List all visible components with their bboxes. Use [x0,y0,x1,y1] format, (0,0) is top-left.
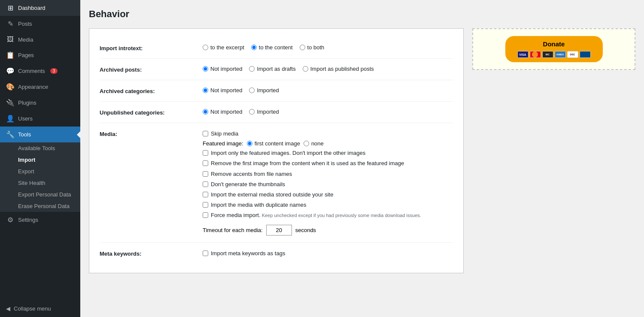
radio-featured-first-label: first content image [255,140,300,147]
donate-label: Donate [543,40,565,48]
sidebar-subitem-erase-personal-data[interactable]: Erase Personal Data [0,200,80,212]
import-introtext-radio-group: to the excerpt to the content to both [203,44,453,51]
checkbox-remove-first-input[interactable] [203,160,208,166]
form-row-import-introtext: Import introtext: to the excerpt to the … [100,37,453,59]
sidebar-item-pages[interactable]: 📋 Pages [0,47,80,63]
settings-icon: ⚙ [6,216,15,224]
media-controls: Skip media Featured image: first content… [203,130,453,235]
unpublished-categories-label: Unpublished categories: [100,109,194,116]
checkbox-skip-media[interactable]: Skip media [203,130,453,138]
sidebar-item-label: Posts [18,21,32,27]
radio-to-excerpt[interactable]: to the excerpt [203,44,244,51]
timeout-label: Timeout for each media: [203,227,263,233]
checkbox-meta-keywords-label: Import meta keywords as tags [211,250,285,257]
sidebar-item-appearance[interactable]: 🎨 Appearance [0,79,80,95]
radio-unpubcat-imported-input[interactable] [249,109,255,115]
settings-form: Import introtext: to the excerpt to the … [89,28,464,273]
checkbox-skip-media-input[interactable] [203,131,208,136]
appearance-icon: 🎨 [6,83,15,91]
archived-categories-controls: Not imported Imported [203,87,453,94]
checkbox-remove-accents-label: Remove accents from file names [211,170,292,178]
amex-icon: AMEX [555,51,566,58]
checkbox-meta-keywords[interactable]: Import meta keywords as tags [203,250,453,257]
radio-featured-none[interactable]: none [304,140,324,147]
sidebar-item-comments[interactable]: 💬 Comments 3 [0,63,80,79]
checkbox-force-media-input[interactable] [203,212,208,218]
checkbox-remove-accents-input[interactable] [203,171,208,177]
checkbox-only-featured-input[interactable] [203,150,208,156]
featured-image-label: Featured image: [203,140,243,147]
checkbox-force-media[interactable]: Force media import. Keep unchecked excep… [203,211,453,219]
checkbox-duplicate-names-label: Import the media with duplicate names [211,201,307,209]
timeout-row: Timeout for each media: seconds [203,225,453,235]
radio-archived-drafts[interactable]: Import as drafts [249,66,295,72]
sidebar-item-label: Comments [18,68,45,74]
checkbox-no-thumbnails[interactable]: Don't generate the thumbnails [203,181,453,188]
radio-arcat-not-imported-input[interactable] [203,88,208,93]
radio-featured-first-input[interactable] [247,141,252,146]
checkbox-external-media-input[interactable] [203,192,208,197]
sidebar-subitem-import[interactable]: Import [0,154,80,166]
sidebar-item-label: Settings [18,217,38,223]
radio-archived-published-input[interactable] [303,66,308,72]
checkbox-remove-first[interactable]: Remove the first image from the content … [203,160,453,167]
radio-unpubcat-imported[interactable]: Imported [249,109,279,115]
discover-icon: DISC [567,51,578,58]
import-introtext-label: Import introtext: [100,44,194,51]
collapse-menu[interactable]: ◀ Collapse menu [0,300,80,317]
checkbox-meta-keywords-input[interactable] [203,251,208,256]
radio-arcat-imported-input[interactable] [249,88,255,93]
import-introtext-controls: to the excerpt to the content to both [203,44,453,51]
radio-archived-drafts-input[interactable] [249,66,255,72]
radio-to-excerpt-input[interactable] [203,45,208,50]
radio-to-both-input[interactable] [300,45,305,50]
sidebar-item-media[interactable]: 🖼 Media [0,32,80,47]
main-content: Behavior Import introtext: to the excerp… [80,0,644,317]
radio-arcat-not-imported[interactable]: Not imported [203,87,242,94]
radio-arcat-imported-label: Imported [257,87,279,94]
radio-archived-published[interactable]: Import as published posts [303,66,374,72]
tools-submenu: Available Tools Import Export Site Healt… [0,142,80,212]
sidebar-subitem-export-personal-data[interactable]: Export Personal Data [0,189,80,200]
donate-button[interactable]: Donate VISA MC AMEX DISC [505,36,603,62]
sidebar-item-label: Plugins [18,100,36,106]
radio-featured-none-input[interactable] [304,141,309,146]
radio-to-content-input[interactable] [251,45,257,50]
donate-box: Donate VISA MC AMEX DISC [472,28,635,70]
radio-unpubcat-not-imported[interactable]: Not imported [203,109,242,115]
checkbox-no-thumbnails-input[interactable] [203,181,208,187]
mastercard2-icon: MC [542,51,553,58]
checkbox-external-media-label: Import the external media stored outside… [211,191,333,199]
checkbox-remove-accents[interactable]: Remove accents from file names [203,170,453,178]
timeout-input[interactable] [266,225,292,235]
tools-icon: 🔧 [6,130,15,139]
sidebar-item-settings[interactable]: ⚙ Settings [0,212,80,228]
radio-archived-not-imported[interactable]: Not imported [203,66,242,72]
content-area: Import introtext: to the excerpt to the … [89,28,635,273]
mastercard-icon [530,51,541,58]
sidebar-item-users[interactable]: 👤 Users [0,111,80,127]
radio-archived-not-imported-input[interactable] [203,66,208,72]
checkbox-duplicate-names-input[interactable] [203,202,208,208]
checkbox-external-media[interactable]: Import the external media stored outside… [203,191,453,199]
users-icon: 👤 [6,115,15,123]
radio-featured-first[interactable]: first content image [247,140,300,147]
sidebar-item-dashboard[interactable]: ⊞ Dashboard [0,0,80,16]
radio-to-content[interactable]: to the content [251,44,293,51]
sidebar-subitem-export[interactable]: Export [0,166,80,177]
sidebar-item-tools[interactable]: 🔧 Tools [0,127,80,142]
media-label: Media: [100,130,194,137]
checkbox-duplicate-names[interactable]: Import the media with duplicate names [203,201,453,209]
radio-featured-none-label: none [311,140,324,147]
sidebar-item-posts[interactable]: ✎ Posts [0,16,80,32]
sidebar-subitem-available-tools[interactable]: Available Tools [0,142,80,154]
radio-unpubcat-not-imported-input[interactable] [203,109,208,115]
radio-to-both[interactable]: to both [300,44,325,51]
collapse-icon: ◀ [6,305,10,312]
unpublished-categories-controls: Not imported Imported [203,109,453,115]
archived-posts-controls: Not imported Import as drafts Import as … [203,66,453,72]
sidebar-item-plugins[interactable]: 🔌 Plugins [0,95,80,111]
checkbox-only-featured[interactable]: Import only the featured images. Don't i… [203,149,453,157]
radio-arcat-imported[interactable]: Imported [249,87,279,94]
sidebar-subitem-site-health[interactable]: Site Health [0,177,80,189]
